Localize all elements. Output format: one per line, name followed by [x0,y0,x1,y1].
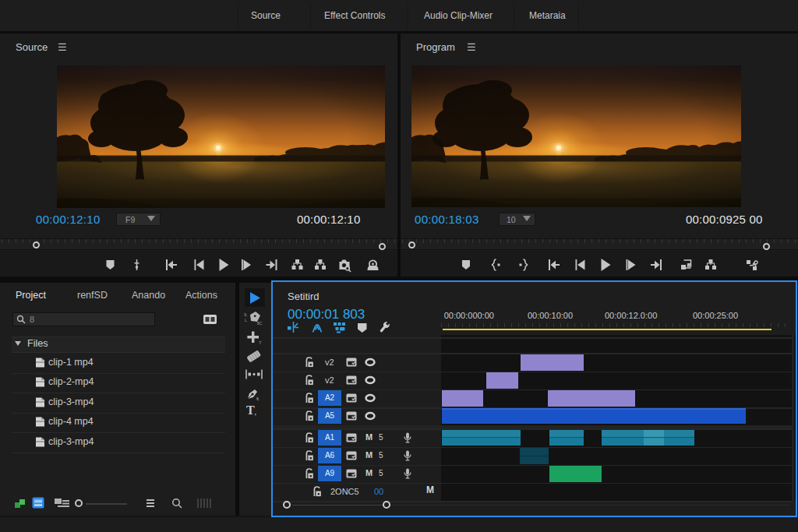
svg-text:6: 6 [256,396,259,401]
svg-text:BC: BC [257,322,263,326]
svg-text:9,: 9, [244,312,248,317]
svg-text:7: 7 [259,340,262,345]
svg-text:L: L [245,318,247,322]
